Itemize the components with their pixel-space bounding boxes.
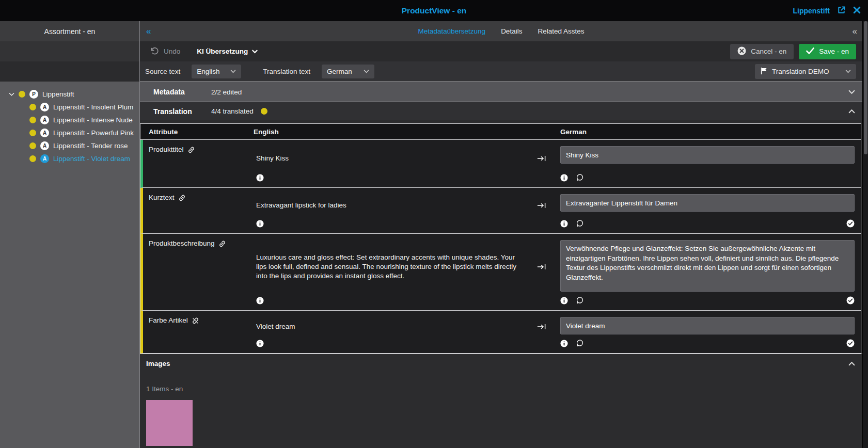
source-language-select[interactable]: English: [192, 65, 241, 78]
tree-item-intense-nude[interactable]: A Lippenstift - Intense Nude: [0, 114, 139, 126]
target-language-select[interactable]: German: [322, 65, 374, 78]
action-toolbar: Undo KI Übersetzung Cancel - en Save - e…: [140, 41, 862, 61]
translation-section-header[interactable]: Translation 4/4 translated: [140, 102, 862, 120]
tree-item-powerful-pink[interactable]: A Lippenstift - Powerful Pink: [0, 126, 139, 139]
info-icon[interactable]: [560, 297, 568, 305]
chevron-up-icon[interactable]: [848, 109, 855, 114]
collapse-sidebar-icon[interactable]: «: [146, 26, 151, 37]
source-text: Luxurious care and gloss effect: Set ext…: [256, 240, 525, 294]
link-icon[interactable]: [187, 146, 195, 154]
copy-to-target-icon[interactable]: [537, 263, 546, 270]
undo-label: Undo: [164, 47, 180, 55]
translated-check-icon[interactable]: [846, 339, 855, 347]
target-text-input[interactable]: [560, 146, 855, 164]
attribute-label: Kurztext: [149, 194, 175, 201]
cancel-button[interactable]: Cancel - en: [730, 44, 794, 59]
table-row-farbe-artikel: Farbe Artikel Violet dream: [140, 311, 861, 354]
source-text: Shiny Kiss: [256, 146, 525, 171]
translation-section-title: Translation: [153, 107, 211, 116]
article-badge: A: [40, 154, 49, 163]
info-icon[interactable]: [256, 340, 264, 347]
assortment-sidebar: Assortment - en P Lippenstift A Lippenst…: [0, 21, 140, 448]
copy-to-target-icon[interactable]: [537, 155, 546, 162]
flag-icon: [760, 67, 768, 76]
unlink-icon[interactable]: [192, 317, 199, 325]
info-icon[interactable]: [560, 220, 568, 228]
table-row-kurztext: Kurztext Extravagant lipstick for ladies: [140, 188, 861, 234]
collapse-panel-icon[interactable]: «: [853, 26, 857, 37]
ki-translation-dropdown[interactable]: KI Übersetzung: [197, 47, 258, 55]
title-bar-actions: Lippenstift: [793, 6, 868, 16]
sidebar-header: Assortment - en: [0, 21, 139, 41]
target-text-input[interactable]: [560, 194, 855, 212]
copy-to-target-icon[interactable]: [537, 202, 546, 209]
translated-check-icon[interactable]: [846, 219, 855, 228]
article-badge: A: [40, 116, 49, 124]
chevron-up-icon[interactable]: [848, 361, 855, 366]
info-icon[interactable]: [256, 297, 264, 305]
tree-item-label: Lippenstift - Insolent Plum: [53, 103, 133, 111]
link-icon[interactable]: [218, 240, 226, 248]
tree-item-insolent-plum[interactable]: A Lippenstift - Insolent Plum: [0, 101, 139, 114]
info-icon[interactable]: [560, 340, 568, 347]
target-text-input[interactable]: [560, 240, 855, 292]
open-external-button[interactable]: [837, 6, 846, 16]
ki-translation-label: KI Übersetzung: [197, 47, 248, 55]
table-row-produktbeschreibung: Produktbeschreibung Luxurious care and g…: [140, 234, 861, 311]
tree-item-lippenstift[interactable]: P Lippenstift: [0, 88, 139, 101]
translation-profile-value: Translation DEMO: [772, 68, 829, 75]
tab-details[interactable]: Details: [501, 27, 522, 35]
save-button[interactable]: Save - en: [799, 44, 856, 59]
product-image-thumbnail[interactable]: [146, 400, 193, 446]
window-title: ProductView - en: [0, 6, 868, 15]
product-badge: P: [29, 90, 38, 99]
images-section-body: 1 Items - en: [140, 373, 862, 448]
images-section-header[interactable]: Images: [140, 354, 862, 373]
info-icon[interactable]: [560, 174, 568, 182]
target-language-value: German: [327, 68, 352, 75]
translation-profile-select[interactable]: Translation DEMO: [755, 64, 856, 79]
attribute-label: Farbe Artikel: [149, 316, 188, 324]
product-view-window: ProductView - en Lippenstift Assortment …: [0, 0, 868, 448]
comment-icon[interactable]: [576, 219, 584, 228]
metadata-section-title: Metadata: [153, 88, 211, 96]
tree-item-label: Lippenstift: [42, 90, 74, 98]
table-row-produkttitel: Produkttitel Shiny Kiss: [140, 140, 861, 188]
chevron-down-icon: [252, 47, 258, 55]
chevron-down-icon: [845, 70, 851, 73]
info-icon[interactable]: [256, 220, 264, 228]
metadata-section-header[interactable]: Metadata 2/2 edited: [140, 82, 862, 102]
page-scrollbar[interactable]: [862, 21, 868, 448]
source-text-label: Source text: [145, 68, 180, 75]
tree-expander-icon[interactable]: [8, 92, 14, 97]
tree-item-label: Lippenstift - Tender rose: [53, 142, 128, 150]
link-icon[interactable]: [178, 194, 186, 202]
status-dot: [29, 117, 36, 123]
scrollbar-thumb[interactable]: [864, 21, 867, 154]
copy-to-target-icon[interactable]: [537, 323, 546, 330]
chevron-down-icon[interactable]: [848, 90, 855, 94]
undo-button[interactable]: Undo: [150, 47, 180, 56]
context-product-label: Lippenstift: [793, 7, 830, 15]
tab-related-assets[interactable]: Related Asstes: [538, 27, 584, 35]
status-dot: [29, 104, 36, 110]
info-icon[interactable]: [256, 174, 264, 182]
close-button[interactable]: [853, 6, 861, 15]
source-language-value: English: [197, 68, 219, 75]
target-text-input[interactable]: [560, 317, 855, 334]
attribute-label: Produktbeschreibung: [149, 239, 215, 247]
translated-check-icon[interactable]: [846, 296, 855, 305]
tree-item-violet-dream[interactable]: A Lippenstift - Violet dream: [0, 152, 139, 165]
comment-icon[interactable]: [576, 339, 584, 347]
comment-icon[interactable]: [576, 296, 584, 305]
chevron-down-icon: [230, 70, 236, 73]
comment-icon[interactable]: [576, 173, 584, 182]
tab-metadata-translation[interactable]: Metadataübersetzung: [418, 27, 486, 35]
share-icon: [837, 6, 846, 16]
tree-item-label: Lippenstift - Violet dream: [53, 155, 130, 163]
tree-item-label: Lippenstift - Powerful Pink: [53, 129, 134, 137]
tree-item-tender-rose[interactable]: A Lippenstift - Tender rose: [0, 139, 139, 152]
images-count-label: 1 Items - en: [146, 385, 862, 393]
undo-icon: [150, 47, 159, 56]
article-badge: A: [40, 103, 49, 111]
